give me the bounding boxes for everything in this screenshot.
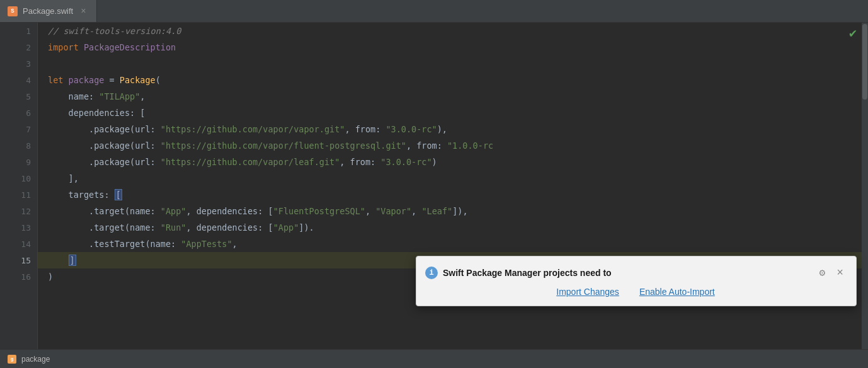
status-label: package <box>21 355 50 364</box>
enable-auto-import-button[interactable]: Enable Auto-Import <box>639 287 715 297</box>
code-editor[interactable]: // swift-tools-version:4.0 import Packag… <box>38 23 868 349</box>
line-number-5: 5 <box>0 88 37 105</box>
swift-file-icon: S <box>8 6 18 16</box>
notification-close-button[interactable]: × <box>834 266 846 280</box>
tab-bar: S Package.swift × <box>0 0 868 23</box>
vertical-scrollbar[interactable] <box>862 23 868 349</box>
package-swift-tab[interactable]: S Package.swift × <box>0 0 97 22</box>
code-line-4: let package = Package( <box>38 72 868 88</box>
import-changes-button[interactable]: Import Changes <box>556 287 619 297</box>
scrollbar-thumb[interactable] <box>862 24 867 100</box>
tab-filename: Package.swift <box>23 6 73 16</box>
code-line-3 <box>38 55 868 72</box>
line-numbers-gutter: 1 2 3 4 5 6 7 8 9 10 11 12 13 14 15 16 <box>0 23 38 349</box>
code-line-7: .package(url: "https://github.com/vapor/… <box>38 121 868 137</box>
line-number-13: 13 <box>0 219 37 236</box>
code-line-10: ], <box>38 170 868 187</box>
tab-close-button[interactable]: × <box>78 5 88 18</box>
line-number-15: 15 <box>0 252 37 268</box>
line-number-11: 11 <box>0 187 37 203</box>
line-number-16: 16 <box>0 268 37 285</box>
code-line-12: .target(name: "App", dependencies: ["Flu… <box>38 203 868 219</box>
notification-actions: Import Changes Enable Auto-Import <box>425 287 846 297</box>
line-number-3: 3 <box>0 55 37 72</box>
line-number-12: 12 <box>0 203 37 219</box>
notification-title: Swift Package Manager projects need to <box>443 268 811 278</box>
checkmark-icon: ✔ <box>849 25 857 41</box>
line-number-14: 14 <box>0 236 37 252</box>
notification-header: i Swift Package Manager projects need to… <box>425 265 846 280</box>
code-line-9: .package(url: "https://github.com/vapor/… <box>38 154 868 170</box>
notification-settings-icon[interactable]: ⚙ <box>816 265 830 280</box>
code-line-13: .target(name: "Run", dependencies: ["App… <box>38 219 868 236</box>
line-number-2: 2 <box>0 39 37 55</box>
status-bar: g package <box>0 349 868 368</box>
line-number-10: 10 <box>0 170 37 187</box>
code-line-11: targets: [ <box>38 187 868 203</box>
status-file-icon: g <box>8 355 16 364</box>
line-number-4: 4 <box>0 72 37 88</box>
notification-info-icon: i <box>425 267 438 279</box>
line-number-7: 7 <box>0 121 37 137</box>
line-number-1: 1 <box>0 23 37 39</box>
code-line-2: import PackageDescription <box>38 39 868 55</box>
line-number-6: 6 <box>0 105 37 121</box>
code-line-14: .testTarget(name: "AppTests", <box>38 236 868 252</box>
editor-area: 1 2 3 4 5 6 7 8 9 10 11 12 13 14 15 16 /… <box>0 23 868 349</box>
code-line-8: .package(url: "https://github.com/vapor/… <box>38 137 868 154</box>
line-number-8: 8 <box>0 137 37 154</box>
notification-popup: i Swift Package Manager projects need to… <box>416 256 857 306</box>
line-number-9: 9 <box>0 154 37 170</box>
code-line-5: name: "TILApp", <box>38 88 868 105</box>
code-line-6: dependencies: [ <box>38 105 868 121</box>
code-line-1: // swift-tools-version:4.0 <box>38 23 868 39</box>
